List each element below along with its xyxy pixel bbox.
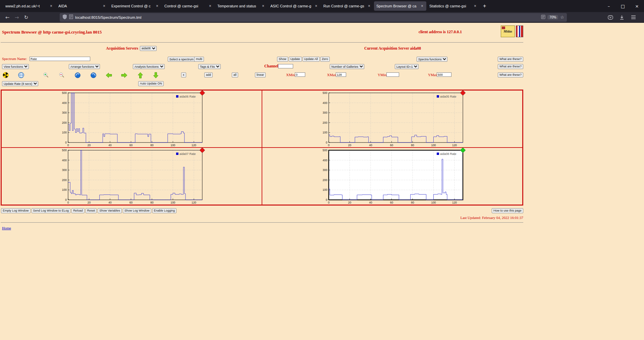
tab-close-icon[interactable]: × bbox=[314, 4, 318, 8]
reset-button[interactable]: Reset bbox=[86, 208, 97, 213]
send-log-window-to-elog-button[interactable]: Send Log Window to ELog bbox=[32, 208, 71, 213]
view-functions-select[interactable]: View functions bbox=[2, 64, 29, 69]
show-button[interactable]: Show bbox=[277, 57, 288, 62]
minimize-button[interactable]: – bbox=[602, 0, 616, 12]
ymin-input[interactable] bbox=[386, 72, 399, 77]
what-are-these-button-2[interactable]: What are these? bbox=[498, 64, 523, 69]
back-icon[interactable]: ← bbox=[3, 13, 12, 22]
analysis-functions-select[interactable]: Analysis functions bbox=[133, 64, 165, 69]
globe-icon[interactable] bbox=[18, 72, 24, 78]
page-info-icon[interactable] bbox=[69, 14, 73, 20]
what-are-these-button-1[interactable]: What are these? bbox=[498, 57, 523, 62]
bookmark-star-icon[interactable]: ☆ bbox=[560, 15, 564, 20]
gallery-aida08[interactable]: 0100200300400500020406080100120aida08 Ra… bbox=[262, 148, 523, 205]
home-link[interactable]: Home bbox=[2, 226, 11, 230]
close-window-button[interactable]: × bbox=[630, 0, 644, 12]
update-rate-select[interactable]: Update Rate (8 secs) bbox=[2, 81, 38, 86]
update-button[interactable]: Update bbox=[289, 57, 302, 62]
tab-3[interactable]: Experiment Control @ c× bbox=[109, 1, 161, 11]
svg-text:40: 40 bbox=[369, 144, 372, 147]
svg-text:aida06 Rate: aida06 Rate bbox=[179, 95, 196, 98]
arrange-functions-select[interactable]: Arrange functions bbox=[69, 64, 100, 69]
x-button[interactable]: x bbox=[181, 72, 186, 77]
tab-close-icon[interactable]: × bbox=[155, 4, 159, 8]
tab-close-icon[interactable]: × bbox=[420, 4, 424, 8]
url-bar[interactable]: localhost:8015/Spectrum/Spectrum.tml 70%… bbox=[60, 13, 567, 22]
update-all-button[interactable]: Update All bbox=[303, 57, 320, 62]
spectrum-plot-aida05[interactable]: 0100200300400500020406080100120aida05 Ra… bbox=[319, 91, 466, 148]
tab-close-icon[interactable]: × bbox=[102, 4, 106, 8]
svg-text:100: 100 bbox=[62, 131, 66, 134]
ymax-label: YMax bbox=[428, 73, 437, 77]
empty-log-window-button[interactable]: Empty Log Window bbox=[1, 208, 31, 213]
reader-mode-icon[interactable] bbox=[541, 14, 545, 20]
linear-button[interactable]: linear bbox=[255, 72, 266, 77]
current-acquisition-server: Current Acquisition Server aida08 bbox=[364, 46, 421, 50]
zoom-level-button[interactable]: 70% bbox=[547, 15, 558, 19]
svg-text:100: 100 bbox=[170, 144, 175, 147]
tab-8[interactable]: Spectrum Browser @ ca× bbox=[374, 1, 426, 11]
tab-close-icon[interactable]: × bbox=[49, 4, 53, 8]
gallery-aida06[interactable]: 0100200300400500020406080100120aida06 Ra… bbox=[1, 90, 262, 148]
arrow-down-icon[interactable] bbox=[152, 72, 159, 78]
arrow-left-icon[interactable] bbox=[105, 72, 112, 78]
tab-1[interactable]: www2.ph.ed.ac.uk/~t× bbox=[3, 1, 55, 11]
new-tab-button[interactable]: + bbox=[480, 3, 489, 9]
spectrum-name-input[interactable] bbox=[30, 57, 90, 61]
ymax-input[interactable] bbox=[437, 72, 451, 77]
acquisition-server-select[interactable]: aida08 bbox=[140, 46, 157, 51]
xmax-label: XMax bbox=[327, 73, 336, 77]
tab-label: Experiment Control @ c bbox=[111, 4, 154, 8]
gallery-aida07[interactable]: 0100200300400500020406080100120aida07 Ra… bbox=[1, 148, 262, 205]
add-button[interactable]: add bbox=[204, 72, 213, 77]
tags-fits-select[interactable]: Tags & Fits bbox=[198, 64, 221, 69]
downloads-icon[interactable] bbox=[617, 13, 627, 22]
enable-logging-button[interactable]: Enable Logging bbox=[152, 208, 177, 213]
spectrum-plot-aida08[interactable]: 0100200300400500020406080100120aida08 Ra… bbox=[319, 148, 466, 205]
tab-4[interactable]: Control @ carme-gsi× bbox=[162, 1, 214, 11]
number-of-galleries-select[interactable]: Number of Galleries bbox=[330, 64, 364, 69]
tab-6[interactable]: ASIC Control @ carme-g× bbox=[268, 1, 320, 11]
svg-text:0: 0 bbox=[328, 144, 329, 147]
arrow-up-icon[interactable] bbox=[137, 72, 144, 78]
xmin-input[interactable] bbox=[295, 72, 305, 77]
channel-input[interactable] bbox=[278, 64, 293, 68]
tab-close-icon[interactable]: × bbox=[367, 4, 371, 8]
spectrum-plot-aida06[interactable]: 0100200300400500020406080100120aida06 Ra… bbox=[58, 91, 206, 148]
tab-5[interactable]: Temperature and status× bbox=[215, 1, 267, 11]
how-to-use-button[interactable]: How to use this page bbox=[492, 208, 523, 213]
svg-text:100: 100 bbox=[322, 131, 327, 134]
tab-2[interactable]: AIDA× bbox=[56, 1, 108, 11]
zoom-in-icon[interactable] bbox=[43, 72, 49, 78]
layout-id-select[interactable]: Layout ID=1 bbox=[395, 64, 419, 69]
xmax-input[interactable] bbox=[336, 72, 346, 77]
zoom-out-icon[interactable] bbox=[58, 72, 65, 78]
tab-close-icon[interactable]: × bbox=[208, 4, 212, 8]
blue-globe-icon-2[interactable] bbox=[90, 72, 97, 78]
url-text[interactable]: localhost:8015/Spectrum/Spectrum.tml bbox=[75, 15, 142, 19]
spectra-functions-select[interactable]: Spectra functions bbox=[417, 57, 447, 62]
tab-9[interactable]: Statistics @ carme-gsi× bbox=[427, 1, 479, 11]
arrow-right-icon[interactable] bbox=[121, 72, 127, 78]
spectrum-plot-aida07[interactable]: 0100200300400500020406080100120aida07 Ra… bbox=[58, 148, 206, 205]
tab-close-icon[interactable]: × bbox=[261, 4, 265, 8]
show-log-window-button[interactable]: Show Log Window bbox=[123, 208, 151, 213]
zero-button[interactable]: Zero bbox=[320, 57, 330, 62]
tab-close-icon[interactable]: × bbox=[473, 4, 477, 8]
blue-globe-icon-1[interactable] bbox=[74, 72, 81, 78]
menu-icon[interactable] bbox=[629, 13, 638, 22]
multi-button[interactable]: multi bbox=[194, 57, 204, 62]
tab-7[interactable]: Run Control @ carme-gs× bbox=[321, 1, 373, 11]
what-are-these-button-3[interactable]: What are these? bbox=[498, 72, 523, 77]
all-button[interactable]: all bbox=[232, 72, 238, 77]
gallery-aida05[interactable]: 0100200300400500020406080100120aida05 Ra… bbox=[262, 90, 523, 148]
reload-icon[interactable]: ↻ bbox=[21, 13, 31, 22]
radiation-icon[interactable] bbox=[2, 72, 9, 78]
pocket-icon[interactable] bbox=[606, 13, 615, 22]
auto-update-button[interactable]: Auto Update ON bbox=[138, 81, 164, 86]
show-variables-button[interactable]: Show Variables bbox=[98, 208, 122, 213]
reload-button[interactable]: Reload bbox=[71, 208, 85, 213]
forward-icon[interactable]: → bbox=[12, 13, 21, 22]
shield-icon[interactable] bbox=[62, 14, 67, 21]
maximize-button[interactable]: □ bbox=[616, 0, 630, 12]
